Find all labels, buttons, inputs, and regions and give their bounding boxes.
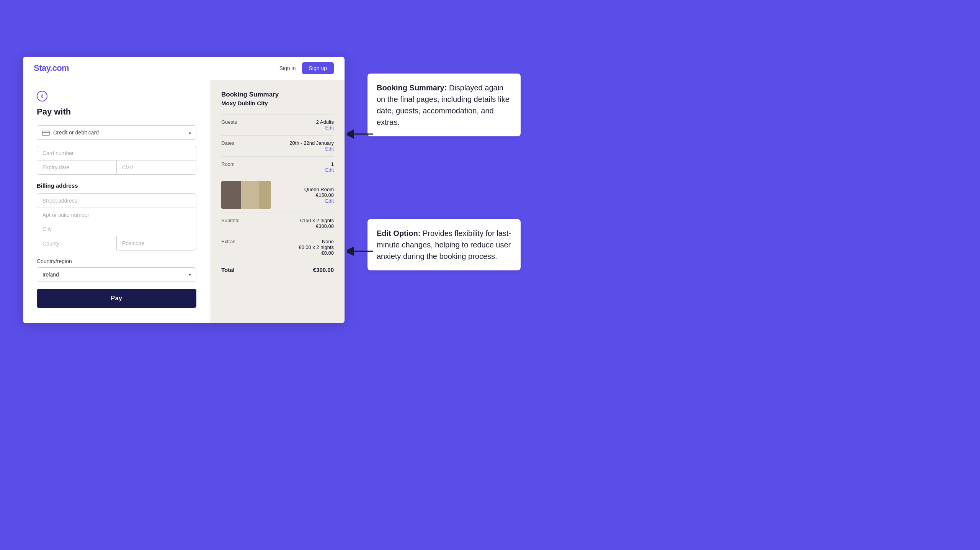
room-count-edit-link[interactable]: Edit bbox=[325, 167, 334, 173]
logo: Stay.com bbox=[34, 63, 69, 73]
dates-value-block: 20th - 22nd January Edit bbox=[289, 140, 334, 152]
callout-2-text: Edit Option: Provides flexibility for la… bbox=[377, 228, 511, 262]
back-button[interactable] bbox=[37, 91, 47, 101]
country-select-wrapper[interactable]: Ireland United Kingdom United States Fra… bbox=[37, 267, 196, 282]
callout-1: Booking Summary: Displayed again on the … bbox=[368, 74, 521, 136]
card-number-input[interactable] bbox=[37, 146, 196, 160]
apt-input[interactable] bbox=[37, 208, 196, 222]
subtotal-label: Subtotal bbox=[221, 218, 240, 223]
room-edit-link[interactable]: Edit bbox=[304, 198, 334, 204]
guests-value: 2 Adults bbox=[316, 119, 334, 125]
card-type-select[interactable]: Credit or debit card bbox=[37, 125, 196, 140]
summary-title: Booking Summary bbox=[221, 91, 334, 98]
signup-button[interactable]: Sign up bbox=[302, 62, 334, 74]
pay-title: Pay with bbox=[37, 107, 196, 117]
extras-row: Extras None €0.00 x 2 nights €0.00 bbox=[221, 234, 334, 260]
arrow-1 bbox=[347, 126, 374, 142]
expiry-date-input[interactable] bbox=[37, 160, 116, 175]
room-count-value: 1 bbox=[331, 161, 334, 167]
back-icon bbox=[37, 91, 47, 101]
guests-edit-link[interactable]: Edit bbox=[316, 125, 334, 131]
summary-dates-row: Dates 20th - 22nd January Edit bbox=[221, 135, 334, 156]
room-count-label: Room bbox=[221, 161, 235, 167]
total-label: Total bbox=[221, 267, 235, 273]
navbar: Stay.com Sign in Sign up bbox=[23, 57, 345, 80]
arrow-2 bbox=[347, 244, 374, 259]
dates-label: Dates bbox=[221, 140, 234, 146]
summary-guests-row: Guests 2 Adults Edit bbox=[221, 114, 334, 135]
callout-1-bold: Booking Summary: bbox=[377, 83, 447, 92]
callout-2: Edit Option: Provides flexibility for la… bbox=[368, 219, 521, 270]
cvv-input[interactable] bbox=[116, 160, 196, 175]
room-img-left bbox=[221, 181, 241, 209]
callout-2-bold: Edit Option: bbox=[377, 229, 420, 237]
subtotal-detail: €150 x 2 nights bbox=[300, 218, 334, 223]
callout-1-text: Booking Summary: Displayed again on the … bbox=[377, 82, 511, 128]
extras-label: Extras bbox=[221, 239, 235, 244]
street-input[interactable] bbox=[37, 193, 196, 208]
extras-detail-line1: None bbox=[322, 239, 334, 244]
room-img-right bbox=[259, 181, 271, 209]
subtotal-value: €300.00 bbox=[316, 223, 334, 229]
room-thumbnail bbox=[221, 181, 271, 209]
extras-value: €0.00 bbox=[321, 250, 334, 256]
dates-value: 20th - 22nd January bbox=[289, 140, 334, 146]
billing-fields bbox=[37, 193, 196, 250]
summary-panel: Booking Summary Moxy Dublin City Guests … bbox=[211, 80, 345, 323]
city-input[interactable] bbox=[37, 222, 196, 236]
summary-room-count-row: Room 1 Edit bbox=[221, 156, 334, 177]
signin-button[interactable]: Sign in bbox=[279, 65, 296, 71]
guests-label: Guests bbox=[221, 119, 237, 125]
room-count-value-block: 1 Edit bbox=[325, 161, 334, 173]
content-area: Pay with Credit or debit card ▾ bbox=[23, 80, 345, 323]
card-bottom-row bbox=[37, 160, 196, 175]
guests-value-block: 2 Adults Edit bbox=[316, 119, 334, 131]
extras-value-block: None €0.00 x 2 nights €0.00 bbox=[299, 239, 334, 256]
room-name: Queen Room bbox=[304, 187, 334, 192]
card-fields bbox=[37, 146, 196, 175]
billing-title: Billing address bbox=[37, 182, 196, 189]
extras-detail-line2: €0.00 x 2 nights bbox=[299, 244, 334, 250]
subtotal-value-block: €150 x 2 nights €300.00 bbox=[300, 218, 334, 229]
pay-panel: Pay with Credit or debit card ▾ bbox=[23, 80, 211, 323]
room-price: €150.00 bbox=[304, 192, 334, 198]
country-label: Country/region bbox=[37, 258, 196, 264]
browser-window: Stay.com Sign in Sign up Pay with bbox=[23, 57, 345, 323]
county-postcode-row bbox=[37, 236, 196, 250]
card-type-dropdown[interactable]: Credit or debit card ▾ bbox=[37, 125, 196, 146]
pay-button[interactable]: Pay bbox=[37, 289, 196, 308]
total-value: €300.00 bbox=[313, 267, 334, 273]
dates-edit-link[interactable]: Edit bbox=[289, 146, 334, 152]
nav-right: Sign in Sign up bbox=[279, 62, 334, 74]
subtotal-row: Subtotal €150 x 2 nights €300.00 bbox=[221, 213, 334, 234]
summary-hotel: Moxy Dublin City bbox=[221, 100, 334, 106]
room-image-row: Queen Room €150.00 Edit bbox=[221, 177, 334, 213]
total-row: Total €300.00 bbox=[221, 260, 334, 273]
county-input[interactable] bbox=[37, 236, 116, 250]
room-name-block: Queen Room €150.00 Edit bbox=[304, 187, 334, 204]
room-img-middle bbox=[241, 181, 259, 209]
country-select[interactable]: Ireland United Kingdom United States Fra… bbox=[37, 267, 196, 282]
postcode-input[interactable] bbox=[116, 236, 196, 250]
country-region-group: Country/region Ireland United Kingdom Un… bbox=[37, 258, 196, 282]
